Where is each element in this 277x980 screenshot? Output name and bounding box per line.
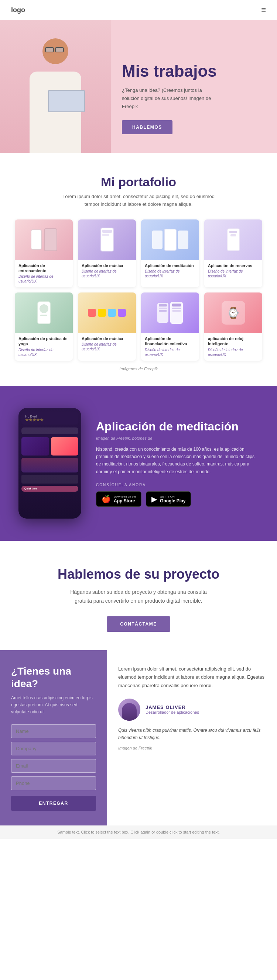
footer: Sample text. Click to select the text bo…: [0, 826, 277, 839]
logo: logo: [11, 6, 25, 14]
portfolio-card[interactable]: Aplicación de entrenamiento Diseño de in…: [15, 220, 73, 288]
card-image: [15, 220, 73, 260]
google-play-button[interactable]: ▶ GET IT ON Google Play: [146, 491, 191, 507]
card-type: Diseño de interfaz de usuario/UX: [145, 347, 195, 357]
card-type: Diseño de interfaz de usuario/UX: [18, 274, 69, 284]
portfolio-card[interactable]: ⌚ aplicación de reloj inteligente Diseño…: [204, 293, 262, 361]
card-image: [78, 293, 136, 333]
profile-row: JAMES OLIVER Desarrollador de aplicacion…: [118, 698, 266, 721]
profile-name: JAMES OLIVER: [146, 705, 199, 710]
portfolio-card[interactable]: Aplicación de reservas Diseño de interfa…: [204, 220, 262, 288]
card-name: Aplicación de entrenamiento: [18, 263, 69, 274]
bottom-left-desc: Amet tellus cras adipiscing enim eu turp…: [11, 695, 96, 716]
portfolio-section: Mi portafolio Lorem ipsum dolor sit amet…: [0, 153, 277, 386]
menu-icon[interactable]: ≡: [261, 5, 266, 15]
portfolio-description: Lorem ipsum dolor sit amet, consectetur …: [57, 193, 220, 208]
app-credit: Imagen de Freepik, botones de: [96, 436, 259, 441]
contact-description: Háganos saber su idea de proyecto y obte…: [68, 588, 209, 606]
name-field[interactable]: [11, 724, 96, 738]
app-content: Aplicación de meditación Imagen de Freep…: [96, 419, 259, 507]
bottom-right: Lorem ipsum dolor sit amet, consectetur …: [107, 650, 277, 826]
submit-button[interactable]: ENTREGAR: [11, 796, 96, 811]
card-type: Diseño de interfaz de usuario/UX: [145, 269, 195, 278]
bottom-right-desc: Lorem ipsum dolor sit amet, consectetur …: [118, 665, 266, 689]
profile-quote: Quis viverra nibh cras pulvinar mattis. …: [118, 727, 266, 742]
store-buttons: 🍎 Download on the App Store ▶ GET IT ON …: [96, 491, 259, 507]
card-image: [78, 220, 136, 260]
app-description: Nispand, creada con un conocimiento de m…: [96, 445, 259, 476]
image-credit: Imagen de Freepik: [118, 746, 266, 750]
app-title: Aplicación de meditación: [96, 419, 259, 433]
portfolio-grid: Aplicación de entrenamiento Diseño de in…: [15, 220, 262, 361]
card-image: [15, 293, 73, 333]
portfolio-card[interactable]: Aplicación de financiación colectiva Dis…: [141, 293, 199, 361]
portfolio-credit: Imágenes de Freepik: [15, 367, 262, 371]
card-name: Aplicación de meditación: [145, 263, 195, 268]
apple-icon: 🍎: [102, 495, 111, 503]
hero-title: Mis trabajos: [122, 62, 262, 80]
email-field[interactable]: [11, 759, 96, 773]
company-field[interactable]: [11, 742, 96, 756]
hero-cta-button[interactable]: HABLEMOS: [122, 120, 173, 134]
app-store-label: App Store: [114, 498, 136, 503]
google-play-icon: ▶: [151, 495, 157, 503]
google-play-label: Google Play: [160, 498, 186, 503]
google-play-sub: GET IT ON: [160, 495, 186, 498]
footer-text: Sample text. Click to select the text bo…: [11, 830, 266, 834]
app-store-sub: Download on the: [114, 495, 136, 498]
app-store-button[interactable]: 🍎 Download on the App Store: [96, 491, 141, 507]
consigue-label: CONSÍGUELA AHORA: [96, 483, 259, 487]
card-type: Diseño de interfaz de usuario/UX: [18, 347, 69, 357]
bottom-left: ¿Tienes una idea? Amet tellus cras adipi…: [0, 650, 107, 826]
navigation: logo ≡: [0, 0, 277, 20]
card-name: Aplicación de práctica de yoga: [18, 336, 69, 347]
card-name: aplicación de reloj inteligente: [208, 336, 259, 347]
hero-content: Mis trabajos ¿Tenga una idea? ¡Creemos j…: [111, 44, 277, 153]
portfolio-card[interactable]: Aplicación de música Diseño de interfaz …: [78, 220, 136, 288]
bottom-section: ¿Tienes una idea? Amet tellus cras adipi…: [0, 650, 277, 826]
card-type: Diseño de interfaz de usuario/UX: [82, 342, 132, 352]
person-figure: [11, 27, 100, 153]
card-image: [141, 293, 199, 333]
avatar: [118, 698, 140, 721]
card-name: Aplicación de música: [82, 263, 132, 268]
hero-section: Mis trabajos ¿Tenga una idea? ¡Creemos j…: [0, 20, 277, 153]
app-section: Hi, Eve! ⭐⭐⭐⭐⭐ Quiet time Aplicación de …: [0, 386, 277, 541]
portfolio-card[interactable]: Aplicación de práctica de yoga Diseño de…: [15, 293, 73, 361]
card-type: Diseño de interfaz de usuario/UX: [208, 347, 259, 357]
hero-image: [0, 20, 111, 153]
card-image: [204, 220, 262, 260]
portfolio-title: Mi portafolio: [15, 175, 262, 189]
bottom-left-title: ¿Tienes una idea?: [11, 665, 96, 690]
card-name: Aplicación de reservas: [208, 263, 259, 268]
hero-subtitle: ¿Tenga una idea? ¡Creemos juntos la solu…: [122, 86, 218, 111]
card-image: [141, 220, 199, 260]
contact-cta-button[interactable]: CONTÁCTAME: [107, 616, 170, 632]
contact-section: Hablemos de su proyecto Háganos saber su…: [0, 541, 277, 651]
portfolio-card[interactable]: Aplicación de música Diseño de interfaz …: [78, 293, 136, 361]
card-type: Diseño de interfaz de usuario/UX: [208, 269, 259, 278]
card-image: ⌚: [204, 293, 262, 333]
phone-field[interactable]: [11, 776, 96, 790]
app-mockup: Hi, Eve! ⭐⭐⭐⭐⭐ Quiet time: [18, 408, 81, 519]
profile-role: Desarrollador de aplicaciones: [146, 710, 199, 714]
portfolio-card[interactable]: Aplicación de meditación Diseño de inter…: [141, 220, 199, 288]
card-name: Aplicación de financiación colectiva: [145, 336, 195, 347]
contact-title: Hablemos de su proyecto: [15, 566, 262, 582]
card-name: Aplicación de música: [82, 336, 132, 341]
card-type: Diseño de interfaz de usuario/UX: [82, 269, 132, 278]
